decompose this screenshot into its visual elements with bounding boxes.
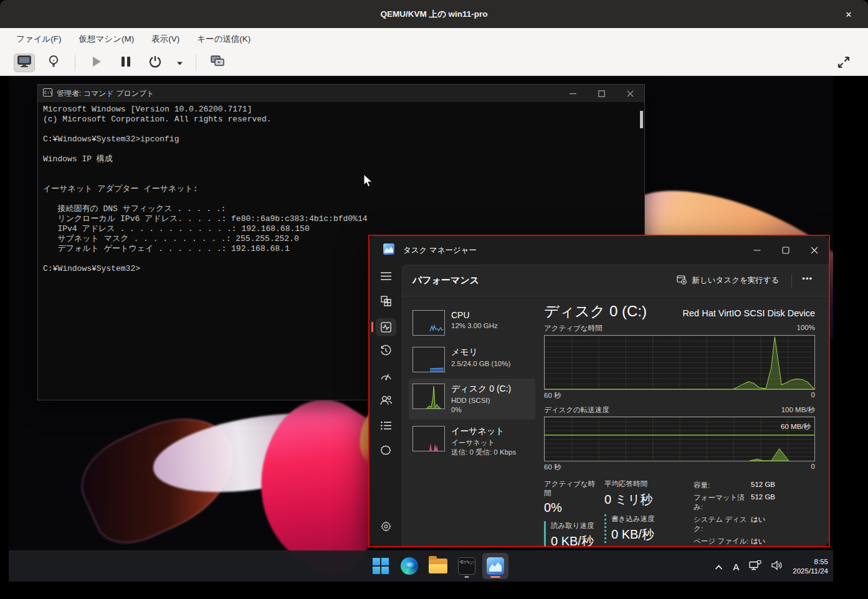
taskbar-edge[interactable] <box>396 553 422 579</box>
minimize-icon[interactable] <box>743 236 771 265</box>
shutdown-menu-button[interactable] <box>174 54 185 72</box>
details-icon <box>381 421 391 432</box>
edge-icon <box>401 557 418 575</box>
ime-indicator[interactable]: A <box>733 562 739 572</box>
performance-icon <box>376 318 396 336</box>
maximize-icon[interactable] <box>771 236 800 265</box>
menu-file[interactable]: ファイル(F) <box>16 34 62 45</box>
nav-performance[interactable] <box>370 314 402 339</box>
console-line <box>43 194 639 204</box>
avg-response-stat-value: 0 ミリ秒 <box>604 491 673 508</box>
nav-details[interactable] <box>370 414 402 439</box>
clock-date: 2025/11/24 <box>793 567 828 576</box>
active-time-stat-label: アクティブな時間 <box>544 479 601 498</box>
network-icon[interactable] <box>749 560 761 573</box>
hamburger-icon <box>381 271 391 283</box>
fullscreen-button[interactable] <box>834 54 853 73</box>
nav-menu-button[interactable] <box>370 265 402 290</box>
users-icon <box>380 395 392 408</box>
perf-item-sub2: 送信: 0 受信: 0 Kbps <box>451 448 516 457</box>
taskbar-file-explorer[interactable] <box>425 553 451 579</box>
perf-item-disk[interactable]: ディスク 0 (C:) HDD (SCSI) 0% <box>409 379 535 420</box>
details-button[interactable] <box>43 54 64 72</box>
run-button[interactable] <box>86 54 107 72</box>
close-icon[interactable] <box>616 85 644 102</box>
svg-text:C:\: C:\ <box>44 90 52 95</box>
tray-chevron-icon[interactable] <box>715 561 723 572</box>
nav-processes[interactable] <box>370 290 402 314</box>
taskbar-task-manager[interactable] <box>482 553 508 579</box>
displays-button[interactable] <box>207 54 228 72</box>
console-line: IPv4 アドレス . . . . . . . . . . . .: 192.1… <box>43 224 639 234</box>
windows-desktop[interactable]: C:\ 管理者: コマンド プロンプト Microsoft Windows [V… <box>9 76 833 582</box>
start-button[interactable] <box>368 553 394 579</box>
disk-stats: アクティブな時間 0% 読み取り速度 0 KB/秒 平均応答時間 0 <box>544 479 815 546</box>
perf-item-sub2: 0% <box>451 405 511 415</box>
perf-item-sub: 2.5/24.0 GB (10%) <box>451 359 510 369</box>
cmd-titlebar[interactable]: C:\ 管理者: コマンド プロンプト <box>38 85 644 102</box>
vmm-titlebar: QEMU/KVM 上の win11-pro ✕ <box>0 0 868 28</box>
volume-icon[interactable] <box>771 560 783 573</box>
perf-item-sub: 12% 3.00 GHz <box>451 321 498 331</box>
nav-startup-apps[interactable] <box>370 364 402 389</box>
windows-start-icon <box>373 558 389 574</box>
active-window-indicator <box>490 576 500 578</box>
nav-services[interactable] <box>370 439 402 464</box>
vm-display: C:\ 管理者: コマンド プロンプト Microsoft Windows [V… <box>0 76 868 599</box>
chart2-x-left: 60 秒 <box>544 463 561 472</box>
menu-view[interactable]: 表示(V) <box>151 34 179 45</box>
taskmgr-icon <box>383 243 394 257</box>
nav-users[interactable] <box>370 389 402 414</box>
menu-virtual-machine[interactable]: 仮想マシン(M) <box>79 34 135 45</box>
console-button[interactable] <box>14 54 35 72</box>
settings-gear-icon <box>381 521 391 534</box>
startup-apps-icon <box>380 371 392 383</box>
run-new-task-button[interactable]: 新しいタスクを実行する <box>672 271 785 290</box>
cmd-icon: C:\ <box>43 88 52 99</box>
close-icon[interactable]: ✕ <box>842 7 856 21</box>
console-line: (c) Microsoft Corporation. All rights re… <box>43 115 639 125</box>
perf-item-cpu[interactable]: CPU 12% 3.00 GHz <box>409 305 535 341</box>
file-explorer-icon <box>429 559 447 573</box>
maximize-icon[interactable] <box>587 85 616 102</box>
toolbar-separator <box>75 55 75 71</box>
taskmgr-titlebar[interactable]: タスク マネージャー <box>370 236 829 265</box>
minimize-icon[interactable] <box>558 85 587 102</box>
power-icon <box>149 55 161 70</box>
console-line: リンクローカル IPv6 アドレス. . . . .: fe80::6a9b:c… <box>43 214 639 224</box>
perf-item-title: イーサネット <box>451 426 516 437</box>
menu-send-key[interactable]: キーの送信(K) <box>197 34 250 45</box>
performance-list: CPU 12% 3.00 GHz メモリ 2.5/24. <box>403 296 535 546</box>
taskbar-clock[interactable]: 8:55 2025/11/24 <box>793 557 828 576</box>
nav-settings[interactable] <box>370 515 402 540</box>
avg-response-stat-label: 平均応答時間 <box>604 479 673 489</box>
console-line <box>43 144 639 154</box>
perf-item-ethernet[interactable]: イーサネット イーサネット 送信: 0 受信: 0 Kbps <box>409 421 535 462</box>
transfer-rate-chart-max: 100 MB/秒 <box>781 405 815 415</box>
more-options-button[interactable]: ••• <box>799 274 819 287</box>
device-name: Red Hat VirtIO SCSI Disk Device <box>683 308 815 318</box>
prop-value: 512 GB <box>751 493 775 512</box>
taskbar-cmd[interactable] <box>454 553 480 579</box>
pause-button[interactable] <box>115 54 136 72</box>
chevron-down-icon <box>176 57 183 68</box>
cmd-taskbar-icon <box>458 557 475 575</box>
prop-key: ページ ファイル: <box>694 537 751 546</box>
active-time-stat-value: 0% <box>544 501 601 515</box>
close-icon[interactable] <box>800 236 829 265</box>
vmm-toolbar <box>0 50 868 76</box>
shutdown-button[interactable] <box>145 54 166 72</box>
nav-app-history[interactable] <box>370 339 402 364</box>
cmd-scrollbar[interactable] <box>640 111 643 128</box>
open-window-indicator <box>465 576 469 578</box>
prop-key: 容量: <box>694 481 751 490</box>
transfer-rate-marker: 60 MB/秒 <box>781 422 811 432</box>
read-speed-label: 読み取り速度 <box>551 521 601 531</box>
command-bar-separator <box>791 274 792 288</box>
task-manager-window[interactable]: タスク マネージャー <box>370 236 829 546</box>
console-line <box>43 125 639 134</box>
perf-item-memory[interactable]: メモリ 2.5/24.0 GB (10%) <box>409 342 535 377</box>
console-line: イーサネット アダプター イーサネット: <box>43 184 639 194</box>
chart2-x-right: 0 <box>811 463 815 472</box>
ethernet-mini-graph <box>413 426 445 451</box>
